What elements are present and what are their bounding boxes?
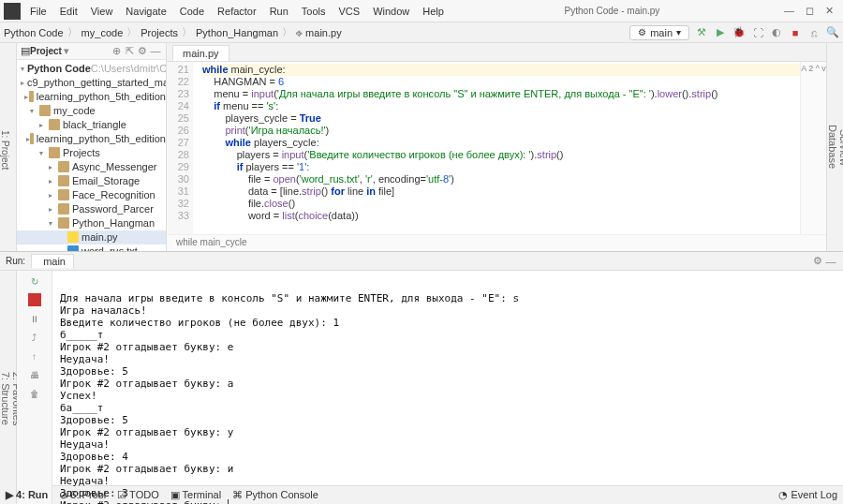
titlebar: FileEditViewNavigateCodeRefactorRunTools… bbox=[0, 0, 843, 22]
bottom-tab[interactable]: ⊘ 6: Probl bbox=[59, 489, 106, 501]
close-icon[interactable]: ✕ bbox=[825, 5, 834, 17]
rerun-icon[interactable]: ↻ bbox=[28, 274, 41, 288]
exit-icon[interactable]: ⤴ bbox=[28, 331, 41, 344]
main-menu: FileEditViewNavigateCodeRefactorRunTools… bbox=[24, 3, 450, 20]
trash-icon[interactable]: 🗑 bbox=[28, 387, 41, 400]
left-tool-rail-2[interactable]: 7: Structure2: Favorites bbox=[0, 271, 17, 504]
navigation-bar: Python Code〉my_code〉Projects〉Python_Hang… bbox=[0, 22, 843, 43]
project-pane-title: Project bbox=[30, 46, 62, 56]
run-panel-header: Run: main ⚙ — bbox=[0, 252, 843, 271]
left-tool-rail[interactable]: 1: Project bbox=[0, 43, 17, 251]
tree-item[interactable]: main.py bbox=[17, 230, 166, 245]
run-toolbar: ↻ ⏸ ⤴ ↑ 🖶 🗑 bbox=[17, 271, 52, 504]
target-icon[interactable]: ⊕ bbox=[110, 44, 123, 57]
code-area[interactable]: while main_cycle: HANGMAN = 6 menu = inp… bbox=[193, 62, 800, 234]
menu-edit[interactable]: Edit bbox=[54, 3, 83, 20]
tree-root[interactable]: ▾Python Code C:\Users\dmitr\OneDriv… bbox=[17, 62, 166, 76]
editor-inspections[interactable]: A 2 ^ v bbox=[800, 62, 826, 234]
project-tree[interactable]: ▾Python Code C:\Users\dmitr\OneDriv…▸c9_… bbox=[17, 60, 166, 251]
editor-tab-label: main.py bbox=[183, 48, 219, 59]
breadcrumb-item[interactable]: Python_Hangman bbox=[196, 27, 278, 38]
run-icon[interactable]: ▶ bbox=[714, 26, 727, 39]
pause-icon[interactable]: ⏸ bbox=[28, 312, 41, 325]
tree-item[interactable]: ▸c9_python_getting_started_master bbox=[17, 76, 166, 90]
menu-help[interactable]: Help bbox=[417, 3, 450, 20]
debug-icon[interactable]: 🐞 bbox=[732, 26, 746, 39]
search-icon[interactable]: 🔍 bbox=[826, 26, 839, 39]
menu-view[interactable]: View bbox=[85, 3, 119, 20]
tree-item[interactable]: ▸learning_python_5th_edition bbox=[17, 90, 166, 104]
event-log-tab[interactable]: ◔ Event Log bbox=[778, 489, 837, 501]
tree-item[interactable]: ▸learning_python_5th_edition bbox=[17, 132, 166, 146]
editor-area: main.py 21222324252627282930313233 while… bbox=[167, 43, 826, 251]
project-pane-icon: ▤ bbox=[21, 45, 30, 57]
coverage-icon[interactable]: ⛶ bbox=[751, 26, 764, 39]
console-output[interactable]: Для начала игры введите в консоль "S" и … bbox=[52, 271, 843, 504]
bottom-tab[interactable]: ⌘ Python Console bbox=[232, 489, 318, 501]
run-tab-main[interactable]: main bbox=[31, 254, 74, 268]
run-hide-icon[interactable]: — bbox=[824, 255, 837, 268]
gear-icon[interactable]: ⚙ bbox=[136, 44, 149, 57]
run-gear-icon[interactable]: ⚙ bbox=[811, 255, 824, 268]
collapse-icon[interactable]: ⇱ bbox=[123, 44, 136, 57]
tree-item[interactable]: word_rus.txt bbox=[17, 245, 166, 251]
project-pane: ▤ Project ▾ ⊕ ⇱ ⚙ — ▾Python Code C:\User… bbox=[17, 43, 167, 251]
editor-gutter: 21222324252627282930313233 bbox=[167, 62, 193, 234]
bottom-tab[interactable]: ▶ 4: Run bbox=[6, 489, 48, 501]
editor-tab-main[interactable]: main.py bbox=[172, 45, 229, 61]
menu-window[interactable]: Window bbox=[367, 3, 415, 20]
menu-tools[interactable]: Tools bbox=[296, 3, 332, 20]
tree-item[interactable]: ▾Projects bbox=[17, 146, 166, 160]
project-pane-header: ▤ Project ▾ ⊕ ⇱ ⚙ — bbox=[17, 43, 166, 60]
stop-icon[interactable] bbox=[28, 293, 41, 306]
editor-body[interactable]: 21222324252627282930313233 while main_cy… bbox=[167, 62, 826, 234]
breadcrumb-item[interactable]: ⎆ main.py bbox=[296, 27, 342, 38]
hammer-icon[interactable]: ⚒ bbox=[695, 26, 708, 39]
window-title: Python Code - main.py bbox=[450, 6, 775, 16]
maximize-icon[interactable]: ◻ bbox=[806, 5, 814, 17]
profile-icon[interactable]: ◐ bbox=[770, 26, 783, 39]
git-icon[interactable]: ⎌ bbox=[807, 26, 821, 39]
run-panel-title: Run: bbox=[6, 256, 25, 266]
menu-code[interactable]: Code bbox=[174, 3, 210, 20]
bottom-tab[interactable]: ▣ Terminal bbox=[170, 489, 221, 501]
minimize-icon[interactable]: — bbox=[784, 5, 794, 17]
tree-item[interactable]: ▸black_triangle bbox=[17, 118, 166, 132]
editor-tabs: main.py bbox=[167, 43, 826, 62]
bottom-tab[interactable]: ☑ TODO bbox=[117, 489, 158, 501]
menu-vcs[interactable]: VCS bbox=[333, 3, 366, 20]
menu-navigate[interactable]: Navigate bbox=[120, 3, 171, 20]
print-icon[interactable]: 🖶 bbox=[28, 368, 41, 381]
right-tool-rail[interactable]: DatabaseSciView bbox=[826, 43, 843, 251]
editor-row: 1: Project ▤ Project ▾ ⊕ ⇱ ⚙ — ▾Python C… bbox=[0, 43, 843, 251]
run-body: 7: Structure2: Favorites ↻ ⏸ ⤴ ↑ 🖶 🗑 Для… bbox=[0, 271, 843, 504]
window-controls: — ◻ ✕ bbox=[775, 5, 843, 17]
breadcrumb-item[interactable]: my_code bbox=[81, 27, 124, 38]
run-tab-label: main bbox=[43, 256, 66, 267]
editor-breadcrumb[interactable]: while main_cycle bbox=[167, 234, 826, 251]
tree-item[interactable]: ▸Async_Messenger bbox=[17, 160, 166, 174]
app-icon bbox=[4, 3, 21, 20]
breadcrumb-item[interactable]: Projects bbox=[140, 27, 178, 38]
tree-item[interactable]: ▸Password_Parcer bbox=[17, 202, 166, 216]
menu-file[interactable]: File bbox=[24, 3, 52, 20]
tree-item[interactable]: ▸Face_Recognition bbox=[17, 188, 166, 202]
hide-icon[interactable]: — bbox=[149, 44, 162, 57]
run-panel: Run: main ⚙ — 7: Structure2: Favorites ↻… bbox=[0, 251, 843, 504]
menu-refactor[interactable]: Refactor bbox=[212, 3, 262, 20]
tree-item[interactable]: ▾my_code bbox=[17, 104, 166, 118]
up-icon[interactable]: ↑ bbox=[28, 349, 41, 363]
tree-item[interactable]: ▾Python_Hangman bbox=[17, 216, 166, 230]
tree-item[interactable]: ▸Email_Storage bbox=[17, 174, 166, 188]
run-config-selector[interactable]: ⚙ main ▾ bbox=[629, 25, 689, 40]
menu-run[interactable]: Run bbox=[264, 3, 294, 20]
breadcrumb-item[interactable]: Python Code bbox=[4, 27, 64, 38]
stop-icon[interactable]: ■ bbox=[789, 26, 802, 39]
breadcrumb[interactable]: Python Code〉my_code〉Projects〉Python_Hang… bbox=[4, 25, 342, 39]
